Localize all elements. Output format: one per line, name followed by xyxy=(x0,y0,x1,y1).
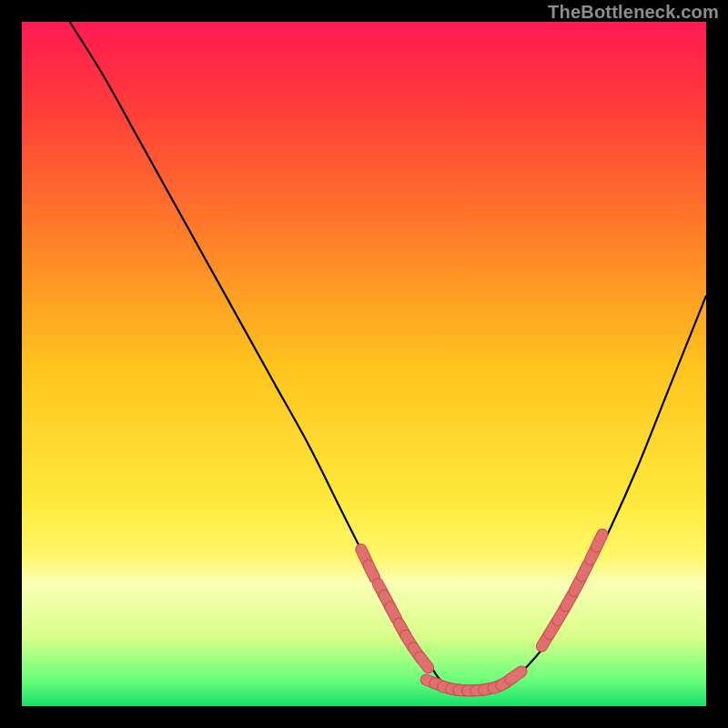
curve-marker xyxy=(390,607,397,619)
curve-marker xyxy=(369,565,375,578)
watermark-text: TheBottleneck.com xyxy=(548,2,719,23)
curve-marker xyxy=(511,672,521,680)
marker-cluster-right xyxy=(541,534,602,646)
curve-marker xyxy=(582,564,589,577)
curve-marker xyxy=(597,534,602,547)
curve-marker xyxy=(420,657,429,668)
curve-layer xyxy=(22,22,706,706)
marker-cluster-left xyxy=(361,550,429,668)
plot-area xyxy=(22,22,706,706)
chart-frame: TheBottleneck.com xyxy=(0,0,728,728)
marker-cluster-bottom xyxy=(426,672,521,691)
